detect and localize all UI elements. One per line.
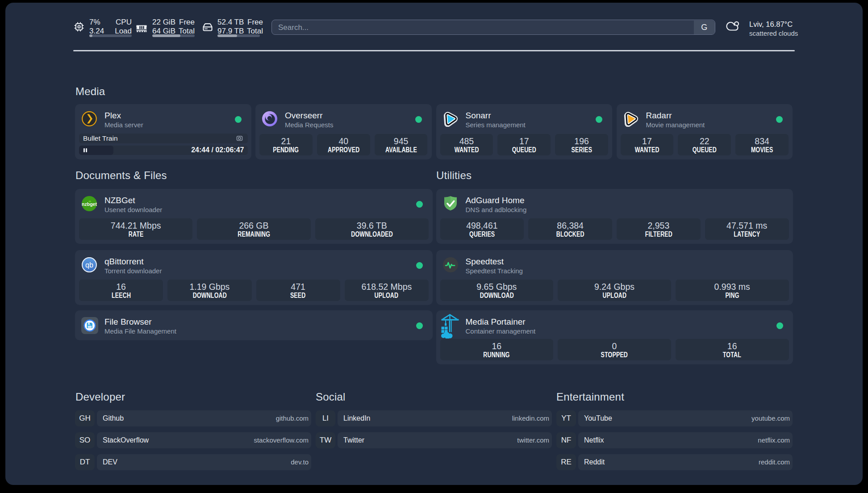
svg-text:qb: qb xyxy=(85,261,93,269)
svg-text:nzbget: nzbget xyxy=(82,201,97,207)
